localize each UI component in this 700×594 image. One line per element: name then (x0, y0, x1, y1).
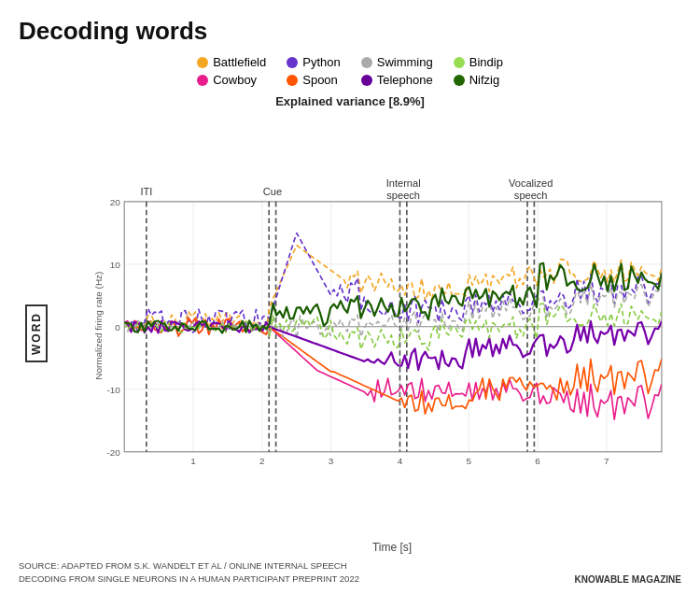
svg-text:1: 1 (190, 456, 196, 466)
svg-text:Normalized firing rate (Hz): Normalized firing rate (Hz) (93, 272, 104, 380)
legend-item: Spoon (287, 73, 340, 87)
svg-text:2: 2 (259, 456, 265, 466)
svg-text:Internalspeech: Internalspeech (386, 177, 421, 200)
legend-item: Cowboy (197, 73, 266, 87)
legend-item: Battlefield (197, 55, 266, 69)
chart-plot: -20-10010201234567ITICueInternalspeechVo… (93, 112, 672, 539)
svg-text:10: 10 (110, 260, 121, 270)
chart-inner: -20-10010201234567ITICueInternalspeechVo… (54, 112, 681, 554)
svg-text:5: 5 (466, 456, 471, 466)
source-right: KNOWABLE MAGAZINE (575, 574, 681, 585)
plot-svg: -20-10010201234567ITICueInternalspeechVo… (93, 112, 672, 539)
chart-subtitle: Explained variance [8.9%] (19, 94, 681, 108)
x-axis-label: Time [s] (103, 541, 681, 554)
svg-text:Cue: Cue (263, 186, 282, 197)
svg-text:ITI: ITI (140, 186, 152, 197)
legend-item: Swimming (361, 55, 433, 69)
svg-text:Vocalizedspeech: Vocalizedspeech (509, 177, 553, 200)
page-title: Decoding words (19, 17, 681, 46)
page-container: Decoding words BattlefieldPythonSwimming… (0, 0, 700, 594)
legend-item: Nifzig (454, 73, 503, 87)
svg-text:0: 0 (115, 322, 120, 332)
legend-item: Python (287, 55, 340, 69)
svg-text:-20: -20 (106, 447, 120, 458)
svg-text:20: 20 (110, 197, 121, 207)
legend: BattlefieldPythonSwimmingBindipCowboySpo… (19, 55, 681, 87)
source-line: SOURCE: ADAPTED FROM S.K. WANDELT ET AL … (19, 559, 681, 585)
legend-item: Bindip (454, 55, 503, 69)
svg-text:6: 6 (535, 456, 540, 466)
svg-text:-10: -10 (106, 385, 120, 395)
svg-text:7: 7 (604, 456, 609, 466)
chart-wrapper: Explained variance [8.9%] WORD -20-10010… (19, 94, 681, 554)
svg-text:4: 4 (398, 456, 403, 466)
word-label-container: WORD (19, 112, 54, 554)
legend-item: Telephone (361, 73, 433, 87)
chart-area: WORD -20-10010201234567ITICueInternalspe… (19, 112, 681, 554)
word-label: WORD (25, 304, 48, 362)
source-left: SOURCE: ADAPTED FROM S.K. WANDELT ET AL … (19, 559, 359, 585)
svg-text:3: 3 (329, 456, 334, 466)
